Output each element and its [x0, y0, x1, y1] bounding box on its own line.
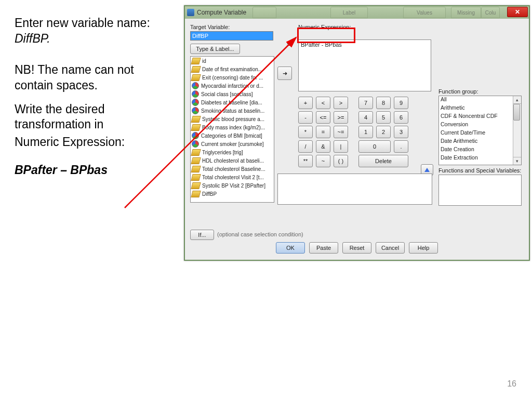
nominal-icon [192, 99, 199, 106]
ruler-icon [191, 116, 201, 123]
functions-special-label: Functions and Special Variables: [438, 167, 521, 174]
keypad-**[interactable]: ** [298, 155, 313, 167]
target-variable-label: Target Variable: [190, 24, 230, 30]
nominal-icon [192, 90, 199, 98]
blur-tab: Values [403, 7, 446, 18]
ruler-icon [191, 124, 201, 131]
keypad-.[interactable]: . [394, 140, 408, 153]
nominal-icon [192, 140, 199, 148]
list-item[interactable]: DiffBP [191, 190, 274, 198]
keypad-2[interactable]: 2 [376, 126, 391, 138]
keypad-8[interactable]: 8 [376, 97, 391, 109]
keypad-+[interactable]: + [298, 97, 313, 109]
ruler-icon [191, 66, 201, 73]
list-item[interactable]: Current smoker [cursmoke] [191, 140, 274, 148]
nominal-icon [192, 107, 199, 114]
keypad-&[interactable]: & [316, 140, 330, 153]
type-label-button[interactable]: Type & Label... [190, 44, 240, 54]
ruler-icon [191, 166, 201, 172]
function-group-item[interactable]: All [439, 96, 521, 104]
list-item[interactable]: Systolic blood pressure a... [191, 115, 274, 123]
optional-case-label: (optional case selection condition) [217, 231, 303, 237]
ruler-icon [191, 149, 201, 156]
numeric-expression-label: Numeric Expression: [298, 24, 351, 30]
titlebar[interactable]: Compute Variable Label Values Missing Co… [185, 6, 529, 19]
list-item[interactable]: Body mass index (kg/m2)... [191, 123, 274, 131]
keypad-=[interactable]: = [316, 126, 330, 138]
instruction-text: Enter new variable name: DiffBP. NB! The… [15, 16, 170, 187]
function-group-label: Function group: [438, 88, 478, 95]
scroll-thumb[interactable] [513, 104, 520, 121]
keypad->[interactable]: > [334, 97, 348, 109]
list-item[interactable]: Total cholesterol Visit 2 [t... [191, 173, 274, 181]
function-group-item[interactable]: Date Extraction [439, 154, 521, 163]
cancel-button[interactable]: Cancel [376, 242, 405, 254]
blur-tab [252, 7, 276, 18]
ruler-icon [191, 58, 201, 64]
list-item[interactable]: Systolic BP Visit 2 [BPafter] [191, 181, 274, 190]
function-group-item[interactable]: Conversion [439, 121, 521, 129]
keypad-1[interactable]: 1 [358, 126, 373, 138]
function-group-item[interactable]: Current Date/Time [439, 129, 521, 138]
function-group-item[interactable]: Date Arithmetic [439, 138, 521, 146]
keypad->=[interactable]: >= [334, 111, 348, 124]
list-item[interactable]: id [191, 57, 274, 65]
list-item[interactable]: Triglycerides [trig] [191, 148, 274, 156]
list-item[interactable]: Date of first examination... [191, 65, 274, 73]
list-item[interactable]: Social class [socclass] [191, 90, 274, 98]
list-item[interactable]: Categories of BMI [bmicat] [191, 131, 274, 140]
keypad-6[interactable]: 6 [394, 111, 408, 124]
reset-button[interactable]: Reset [342, 242, 371, 254]
keypad-4[interactable]: 4 [358, 111, 373, 124]
keypad-9[interactable]: 9 [394, 97, 408, 109]
keypad-/[interactable]: / [298, 140, 313, 153]
ruler-icon [191, 74, 201, 81]
help-button[interactable]: Help [409, 242, 438, 254]
keypad-7[interactable]: 7 [358, 97, 373, 109]
keypad-3[interactable]: 3 [394, 126, 408, 138]
target-variable-input[interactable]: DiffBP [190, 31, 273, 41]
keypad-( )[interactable]: ( ) [334, 155, 348, 167]
ruler-icon [191, 191, 201, 197]
list-item[interactable]: Myocardial infarction or d... [191, 82, 274, 90]
keypad-0[interactable]: 0 [358, 140, 391, 153]
app-icon [187, 9, 194, 16]
keypad-~[interactable]: ~ [316, 155, 330, 167]
nominal-icon [192, 132, 199, 139]
if-button[interactable]: If... [190, 230, 214, 240]
ruler-icon [191, 157, 201, 164]
page-number: 16 [507, 379, 516, 389]
functions-special-list[interactable] [438, 175, 522, 206]
paste-button[interactable]: Paste [309, 242, 338, 254]
list-item[interactable]: Exit (censoring) date for ... [191, 73, 274, 82]
window-title: Compute Variable [197, 9, 246, 16]
list-item[interactable]: Total cholesterol Baseline... [191, 165, 274, 173]
keypad-5[interactable]: 5 [376, 111, 391, 124]
nominal-icon [192, 82, 199, 89]
list-item[interactable]: Diabetes at baseline [dia... [191, 98, 274, 107]
keypad-*[interactable]: * [298, 126, 313, 138]
keypad-<[interactable]: < [316, 97, 330, 109]
keypad-~=[interactable]: ~= [334, 126, 348, 138]
blur-tab: Colu [481, 7, 500, 18]
keypad-|[interactable]: | [334, 140, 348, 153]
ruler-icon [191, 174, 201, 181]
move-right-button[interactable]: ➜ [277, 66, 292, 80]
ok-button[interactable]: OK [276, 242, 305, 254]
list-item[interactable]: Smoking status at baselin... [191, 107, 274, 115]
numeric-expression-input[interactable]: BPafter - BPbas [298, 39, 431, 91]
function-group-list[interactable]: AllArithmeticCDF & Noncentral CDFConvers… [438, 96, 522, 165]
keypad-<=[interactable]: <= [316, 111, 330, 124]
blur-tab: Label [330, 7, 368, 18]
blur-tab: Missing [451, 7, 481, 18]
keypad--[interactable]: - [298, 111, 313, 124]
list-item[interactable]: HDL cholesterol at baseli... [191, 156, 274, 165]
ruler-icon [191, 182, 201, 189]
function-group-item[interactable]: Arithmetic [439, 104, 521, 113]
compute-variable-window: Compute Variable Label Values Missing Co… [184, 5, 530, 261]
function-group-item[interactable]: CDF & Noncentral CDF [439, 113, 521, 121]
delete-button[interactable]: Delete [358, 155, 408, 167]
close-button[interactable]: ✕ [507, 7, 528, 17]
variable-list[interactable]: idDate of first examination...Exit (cens… [190, 56, 274, 203]
function-group-item[interactable]: Date Creation [439, 146, 521, 154]
